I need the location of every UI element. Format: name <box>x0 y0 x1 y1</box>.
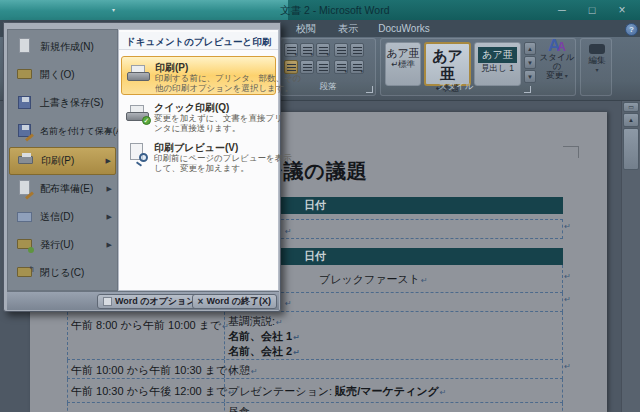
open-folder-icon <box>15 66 35 84</box>
submenu-arrow-icon: ▶ <box>107 213 112 221</box>
vertical-scrollbar: ▭ ▲ <box>621 101 640 412</box>
pilcrow-icon: ↵ <box>440 388 447 397</box>
submenu-item-print-preview[interactable]: 印刷プレビュー(V) 印刷前にページのプレビューを表示 して、変更を加えます。 <box>121 137 276 174</box>
decrease-indent-button[interactable] <box>334 43 348 57</box>
menu-item-prepare[interactable]: 配布準備(E) ▶ <box>9 175 116 203</box>
printer-icon <box>127 65 150 83</box>
pilcrow-icon: ↵ <box>251 367 258 376</box>
title-bar-highlight <box>0 0 288 20</box>
tab-review[interactable]: 校閲 <box>288 22 324 37</box>
content-control-corner <box>563 146 579 158</box>
word-application-window: 文書 2 - Microsoft Word ─ □ × ▣ ↶ ▾ ↻ ▾ 校閲… <box>0 0 640 412</box>
pilcrow-icon: ↵ <box>276 318 283 327</box>
styles-group: あア亜 ↵標準 あア亜 ↵表題 あア亜 見出し 1 ▲ ▼ ▼ AA スタイルの… <box>380 38 576 96</box>
styles-group-label: スタイル <box>381 81 531 93</box>
style-heading1[interactable]: あア亜 見出し 1 <box>474 42 521 86</box>
pilcrow-icon: ↵ <box>293 333 300 342</box>
window-title: 文書 2 - Microsoft Word <box>280 4 390 18</box>
styles-scroll-up-icon[interactable]: ▲ <box>524 42 536 55</box>
quick-print-icon: ✓ <box>126 105 149 123</box>
qat-customize-icon[interactable]: ▾ <box>112 6 115 13</box>
find-binoculars-icon <box>589 44 605 54</box>
print-submenu: ドキュメントのプレビューと印刷 印刷(P) 印刷する前に、プリンタ、部数、その … <box>118 29 279 291</box>
editing-button[interactable]: 編集 ▾ <box>579 41 615 95</box>
new-document-icon <box>15 38 35 56</box>
change-styles-button[interactable]: AA スタイルの 変更 ▾ <box>539 41 575 95</box>
submenu-arrow-icon: ▶ <box>107 241 112 249</box>
publish-folder-icon <box>15 236 35 254</box>
pilcrow-icon: ↵ <box>564 362 571 371</box>
close-button[interactable]: × <box>611 3 633 17</box>
save-as-icon <box>15 122 35 140</box>
tab-docuworks[interactable]: DocuWorks <box>372 22 436 37</box>
scroll-up-icon[interactable]: ▲ <box>623 113 639 127</box>
menu-item-send[interactable]: 送信(D) ▶ <box>9 203 116 231</box>
style-title-selected[interactable]: あア亜 ↵表題 <box>424 42 471 86</box>
exit-x-icon: × <box>198 297 204 306</box>
submenu-header: ドキュメントのプレビューと印刷 <box>119 32 278 50</box>
scrollbar-thumb[interactable] <box>623 128 639 170</box>
paragraph-group: ▾ ▾ ▾ ▾ ▾ 段落 <box>280 38 376 96</box>
menu-item-publish[interactable]: 発行(U) ▶ <box>9 231 116 259</box>
exit-word-button[interactable]: × Word の終了(X) <box>192 294 277 309</box>
pilcrow-icon: ↵ <box>564 295 571 304</box>
editing-group: 編集 ▾ <box>580 38 612 96</box>
printer-icon <box>16 152 36 170</box>
align-left-button[interactable] <box>284 60 298 74</box>
prepare-document-icon <box>15 180 35 198</box>
ruler-toggle-button[interactable]: ▭ <box>623 102 639 112</box>
submenu-arrow-icon: ▶ <box>106 157 111 165</box>
pilcrow-icon: ↵ <box>285 299 292 308</box>
table-row-lunch: 昼食 <box>67 403 563 412</box>
borders-button[interactable]: ▾ <box>350 60 364 74</box>
office-button[interactable] <box>4 1 39 36</box>
submenu-item-print[interactable]: 印刷(P) 印刷する前に、プリンタ、部数、その 他の印刷オプションを選択します。 <box>121 56 276 95</box>
save-floppy-icon <box>15 94 35 112</box>
multilevel-list-button[interactable]: ▾ <box>316 43 330 57</box>
line-spacing-button[interactable]: ▾ <box>334 60 348 74</box>
increase-indent-button[interactable] <box>350 43 364 57</box>
minimize-button[interactable]: ─ <box>551 3 573 17</box>
menu-item-open[interactable]: 開く(O) <box>9 61 116 89</box>
bullet-list-button[interactable]: ▾ <box>284 43 298 57</box>
help-button[interactable]: ? <box>625 23 638 36</box>
submenu-item-quick-print[interactable]: ✓ クイック印刷(Q) 変更を加えずに、文書を直接プリ ンタに直接送ります。 <box>121 97 276 134</box>
align-right-button[interactable] <box>316 60 330 74</box>
pilcrow-icon: ↵ <box>564 222 571 231</box>
tab-view[interactable]: 表示 <box>330 22 366 37</box>
pilcrow-icon: ↵ <box>293 348 300 357</box>
send-envelope-icon <box>15 208 35 226</box>
menu-item-new[interactable]: 新規作成(N) <box>9 33 116 61</box>
print-preview-icon <box>128 143 148 165</box>
office-menu-footer: Word のオプション(I) × Word の終了(X) <box>7 291 279 310</box>
menu-item-print[interactable]: 印刷(P) ▶ <box>9 147 116 175</box>
styles-scroll-down-icon[interactable]: ▼ <box>524 56 536 69</box>
menu-item-save[interactable]: 上書き保存(S) <box>9 89 116 117</box>
pilcrow-icon: ↵ <box>421 276 428 285</box>
pilcrow-icon: ↵ <box>285 227 292 236</box>
paragraph-dialog-launcher[interactable] <box>366 86 373 93</box>
table-row-break: 午前 10:00 から午前 10:30 まで↵ 休憩↵ ↵ <box>67 360 563 379</box>
table-row-presentation: 午前 10:30 から午後 12:00 まで↵ プレゼンテーション: 販売/マー… <box>67 379 563 403</box>
numbered-list-button[interactable]: ▾ <box>300 43 314 57</box>
align-center-button[interactable] <box>300 60 314 74</box>
submenu-arrow-icon: ▶ <box>107 127 112 135</box>
style-normal[interactable]: あア亜 ↵標準 <box>385 42 421 86</box>
pilcrow-icon: ↵ <box>564 272 571 281</box>
styles-dialog-launcher[interactable] <box>524 86 531 93</box>
maximize-button[interactable]: □ <box>581 3 603 17</box>
submenu-arrow-icon: ▶ <box>107 185 112 193</box>
menu-item-close[interactable]: ↰ 閉じる(C) <box>9 259 116 287</box>
menu-item-save-as[interactable]: 名前を付けて保存(A) ▶ <box>9 117 116 145</box>
office-menu: 新規作成(N) 開く(O) 上書き保存(S) 名前を付けて保存(A) ▶ 印刷(… <box>3 22 281 312</box>
close-folder-icon: ↰ <box>15 264 35 282</box>
options-icon <box>103 297 112 306</box>
table-row-keynote: 午前 8:00 から午前 10:00 まで↵ 基調演説:↵ 名前、会社 1↵ 名… <box>67 312 563 360</box>
office-menu-left-column: 新規作成(N) 開く(O) 上書き保存(S) 名前を付けて保存(A) ▶ 印刷(… <box>7 29 118 291</box>
